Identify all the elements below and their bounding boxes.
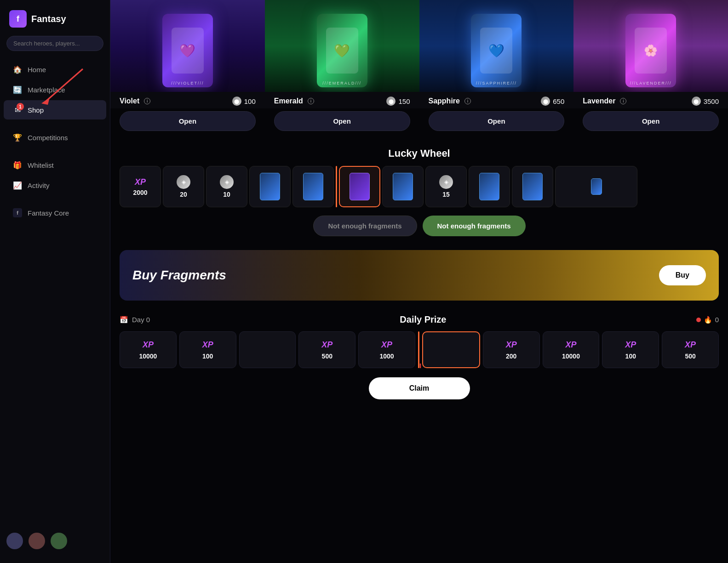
buy-fragments-title: Buy Fragments [132, 268, 226, 283]
daily-item-7: XP 200 [483, 331, 540, 368]
wheel-item-value: 2000 [133, 189, 147, 196]
wheel-item-highlighted-2 [382, 166, 424, 207]
coin-icon-4: ⬤ [692, 97, 701, 106]
fantasy-core-icon: f [13, 208, 22, 217]
daily-item-value-2: 100 [202, 353, 213, 360]
pack-sapphire-open-button[interactable]: Open [429, 111, 565, 131]
app-logo-name: Fantasy [31, 14, 66, 24]
app-logo-icon: f [9, 10, 27, 28]
daily-item-5: XP 1000 [358, 331, 415, 368]
wheel-current-divider [336, 166, 337, 207]
sidebar-item-whitelist[interactable]: 🎁 Whitelist [4, 155, 106, 175]
xp-icon-d5: XP [381, 340, 392, 350]
fire-icon: 🔥 [704, 316, 712, 324]
sidebar-item-activity[interactable]: 📈 Activity [4, 176, 106, 195]
sidebar-item-marketplace[interactable]: 🔄 Marketplace [4, 80, 106, 99]
daily-item-10: XP 500 [662, 331, 719, 368]
avatar-2 [29, 533, 45, 549]
wheel-item-card-5 [512, 166, 553, 207]
pack-lavender: 🌸 ///LAVENDER/// Lavender i ⬤ 3500 Open [573, 0, 728, 136]
xp-icon-d8: XP [565, 340, 576, 350]
sidebar-item-competitions[interactable]: 🏆 Competitions [4, 128, 106, 147]
pack-emerald-price: ⬤ 150 [386, 97, 410, 106]
daily-item-value-7: 200 [506, 353, 516, 360]
card-image-3 [393, 173, 413, 200]
search-input[interactable] [6, 36, 103, 51]
fragment-icon: ◈ [177, 175, 190, 189]
daily-prize-header: 📅 Day 0 Daily Prize 🔥 0 [120, 314, 719, 325]
buy-fragments-button[interactable]: Buy [659, 265, 706, 285]
coin-icon-3: ⬤ [541, 97, 550, 106]
wheel-item-card-2 [292, 166, 334, 207]
daily-item-value-5: 1000 [380, 353, 394, 360]
day-label: 📅 Day 0 [120, 316, 150, 324]
pack-lavender-name: Lavender i [583, 97, 626, 105]
pack-violet-price: ⬤ 100 [232, 97, 256, 106]
daily-item-value-10: 500 [685, 353, 695, 360]
wheel-strip: XP 2000 ◈ 20 ◈ 10 [110, 166, 728, 207]
daily-item-value-8: 10000 [562, 353, 580, 360]
wheel-btn-grey[interactable]: Not enough fragments [313, 216, 417, 236]
daily-prize-strip: XP 10000 XP 100 XP 500 XP 1000 [120, 331, 719, 368]
daily-item-1: XP 10000 [120, 331, 177, 368]
sidebar-bottom [0, 528, 110, 554]
home-icon: 🏠 [13, 65, 22, 74]
daily-item-3 [239, 331, 296, 368]
pack-emerald-open-button[interactable]: Open [274, 111, 410, 131]
wheel-btn-green[interactable]: Not enough fragments [423, 216, 526, 236]
pack-violet-name: Violet i [120, 97, 150, 105]
pack-violet-open-button[interactable]: Open [120, 111, 256, 131]
wheel-item-highlighted-1 [339, 166, 380, 207]
wheel-item-value: 10 [223, 191, 230, 198]
wheel-buttons-row: Not enough fragments Not enough fragment… [110, 207, 728, 241]
wheel-item-fragment-10: ◈ 10 [206, 166, 247, 207]
coin-icon: ⬤ [232, 97, 241, 106]
pack-sapphire-price: ⬤ 650 [541, 97, 564, 106]
card-image-4 [479, 173, 499, 200]
daily-current-divider [418, 331, 419, 368]
daily-item-current [422, 331, 480, 368]
xp-icon-d2: XP [202, 340, 213, 350]
xp-icon-d1: XP [143, 340, 154, 350]
sidebar-item-shop[interactable]: ✉ Shop 1 [4, 100, 106, 119]
pack-emerald-info: Emerald i ⬤ 150 [265, 92, 419, 108]
wheel-item-value: 15 [442, 191, 450, 198]
info-icon-2: i [308, 98, 314, 104]
sidebar-item-label: Whitelist [28, 161, 54, 169]
activity-icon: 📈 [13, 181, 22, 190]
daily-item-4: XP 500 [298, 331, 355, 368]
sidebar-item-label: Fantasy Core [28, 209, 69, 217]
fragment-icon-2: ◈ [220, 175, 234, 189]
info-icon-4: i [620, 98, 626, 104]
wheel-item-fragment-20: ◈ 20 [163, 166, 204, 207]
wheel-item-xp-2000: XP 2000 [120, 166, 161, 207]
avatar-3 [51, 533, 67, 549]
card-image [260, 173, 280, 200]
wheel-item-card-6 [555, 166, 637, 207]
card-image-5 [522, 173, 543, 200]
pack-lavender-price: ⬤ 3500 [692, 97, 719, 106]
lucky-wheel-section: Lucky Wheel XP 2000 ◈ 20 ◈ 10 [110, 136, 728, 241]
sidebar-item-home[interactable]: 🏠 Home [4, 60, 106, 79]
main-content: 💜 ///VIOLET/// Violet i ⬤ 100 Open [110, 0, 728, 563]
claim-button[interactable]: Claim [369, 377, 470, 399]
xp-icon-d10: XP [685, 340, 696, 350]
wheel-item-value: 20 [180, 191, 187, 198]
wheel-item-card-4 [469, 166, 510, 207]
pack-lavender-open-button[interactable]: Open [583, 111, 719, 131]
whitelist-icon: 🎁 [13, 160, 22, 170]
pack-sapphire-info: Sapphire i ⬤ 650 [419, 92, 574, 108]
sidebar-item-fantasy-core[interactable]: f Fantasy Core [4, 203, 106, 222]
daily-prize-section: 📅 Day 0 Daily Prize 🔥 0 XP 10000 XP 100 [110, 310, 728, 399]
fire-dot [696, 318, 701, 322]
pack-emerald: 💚 ///EMERALD/// Emerald i ⬤ 150 Open [265, 0, 419, 136]
card-image-2 [303, 173, 323, 200]
pack-violet: 💜 ///VIOLET/// Violet i ⬤ 100 Open [110, 0, 265, 136]
xp-icon-d7: XP [506, 340, 517, 350]
daily-fire: 🔥 0 [696, 316, 719, 324]
sidebar-item-label: Activity [28, 182, 50, 189]
fragment-icon-3: ◈ [439, 175, 453, 189]
xp-icon-d9: XP [625, 340, 636, 350]
daily-prize-title: Daily Prize [400, 314, 446, 325]
xp-icon-d4: XP [321, 340, 332, 350]
